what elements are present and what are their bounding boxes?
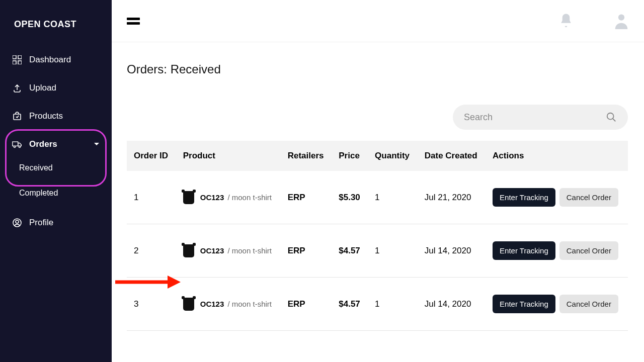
search-input[interactable] bbox=[464, 112, 606, 123]
product-name: / moon t-shirt bbox=[225, 246, 272, 255]
user-circle-icon bbox=[12, 218, 22, 228]
cell-price: $4.57 bbox=[332, 278, 368, 331]
cell-order-id: 2 bbox=[127, 224, 176, 278]
table-row[interactable]: 1OC123 / moon t-shirtERP$5.301Jul 21, 20… bbox=[127, 171, 628, 224]
product-sku: OC123 bbox=[200, 246, 224, 255]
col-price: Price bbox=[332, 141, 368, 171]
page-title: Orders: Received bbox=[127, 62, 628, 76]
sidebar-item-products[interactable]: Products bbox=[0, 102, 112, 130]
sidebar-item-label: Upload bbox=[29, 83, 56, 93]
cell-actions: Enter TrackingCancel Order bbox=[486, 278, 628, 331]
sidebar-subitem-label: Received bbox=[19, 163, 53, 172]
svg-rect-4 bbox=[14, 114, 21, 120]
sidebar: OPEN COAST Dashboard Upload Products bbox=[0, 0, 112, 362]
product-thumb-icon bbox=[183, 298, 194, 311]
product-sku: OC123 bbox=[200, 300, 224, 308]
table-row[interactable]: 3OC123 / moon t-shirtERP$4.571Jul 14, 20… bbox=[127, 278, 628, 331]
sidebar-item-dashboard[interactable]: Dashboard bbox=[0, 46, 112, 74]
sidebar-item-label: Profile bbox=[29, 218, 53, 228]
svg-rect-2 bbox=[13, 61, 16, 64]
col-retailers: Retailers bbox=[281, 141, 332, 171]
sidebar-item-label: Orders bbox=[29, 139, 57, 149]
cell-price: $4.57 bbox=[332, 224, 368, 278]
cell-actions: Enter TrackingCancel Order bbox=[486, 224, 628, 278]
cell-order-id: 1 bbox=[127, 171, 176, 224]
svg-rect-1 bbox=[18, 55, 22, 59]
bell-icon[interactable] bbox=[558, 13, 574, 30]
cancel-order-button[interactable]: Cancel Order bbox=[559, 188, 618, 207]
upload-icon bbox=[12, 83, 22, 93]
svg-rect-0 bbox=[13, 55, 16, 59]
product-name: / moon t-shirt bbox=[225, 300, 272, 308]
search-box[interactable] bbox=[453, 105, 628, 130]
cell-product: OC123 / moon t-shirt bbox=[176, 224, 281, 278]
cell-retailer: ERP bbox=[281, 224, 332, 278]
svg-rect-5 bbox=[13, 142, 18, 146]
sidebar-subitem-label: Completed bbox=[19, 189, 58, 197]
cell-product: OC123 / moon t-shirt bbox=[176, 278, 281, 331]
svg-point-6 bbox=[14, 146, 15, 147]
chevron-down-icon bbox=[94, 142, 100, 146]
col-quantity: Quantity bbox=[368, 141, 418, 171]
cell-quantity: 1 bbox=[368, 278, 418, 331]
cancel-order-button[interactable]: Cancel Order bbox=[559, 241, 618, 260]
product-thumb-icon bbox=[183, 244, 194, 257]
main: Orders: Received Order ID Product Retail… bbox=[112, 0, 644, 362]
sidebar-item-profile[interactable]: Profile bbox=[0, 209, 112, 237]
sidebar-subitem-received[interactable]: Received bbox=[5, 156, 107, 179]
cell-actions: Enter TrackingCancel Order bbox=[486, 171, 628, 224]
user-icon[interactable] bbox=[614, 13, 629, 29]
svg-point-7 bbox=[19, 146, 20, 147]
col-order-id: Order ID bbox=[127, 141, 176, 171]
cell-quantity: 1 bbox=[368, 171, 418, 224]
product-thumb-icon bbox=[183, 191, 194, 204]
cell-date: Jul 21, 2020 bbox=[418, 171, 486, 224]
cell-date: Jul 14, 2020 bbox=[418, 224, 486, 278]
brand-logo: OPEN COAST bbox=[0, 9, 112, 46]
svg-point-10 bbox=[618, 14, 624, 20]
table-row[interactable]: 2OC123 / moon t-shirtERP$4.571Jul 14, 20… bbox=[127, 224, 628, 278]
sidebar-item-label: Products bbox=[29, 111, 63, 121]
cell-product: OC123 / moon t-shirt bbox=[176, 171, 281, 224]
cell-order-id: 3 bbox=[127, 278, 176, 331]
col-actions: Actions bbox=[486, 141, 628, 171]
col-date-created: Date Created bbox=[418, 141, 486, 171]
svg-point-11 bbox=[607, 113, 614, 120]
svg-rect-3 bbox=[18, 61, 22, 64]
sidebar-item-upload[interactable]: Upload bbox=[0, 74, 112, 102]
orders-table: Order ID Product Retailers Price Quantit… bbox=[127, 141, 628, 331]
search-icon bbox=[606, 112, 617, 123]
topbar bbox=[112, 0, 644, 42]
truck-icon bbox=[12, 140, 22, 148]
enter-tracking-button[interactable]: Enter Tracking bbox=[493, 295, 555, 313]
col-product: Product bbox=[176, 141, 281, 171]
sidebar-item-label: Dashboard bbox=[29, 55, 71, 65]
content: Orders: Received Order ID Product Retail… bbox=[112, 42, 644, 331]
enter-tracking-button[interactable]: Enter Tracking bbox=[493, 241, 555, 260]
sidebar-subitem-completed[interactable]: Completed bbox=[5, 182, 107, 205]
sidebar-item-orders[interactable]: Orders bbox=[5, 132, 107, 156]
orders-group: Orders Received Completed bbox=[5, 132, 107, 205]
cell-retailer: ERP bbox=[281, 278, 332, 331]
product-name: / moon t-shirt bbox=[225, 193, 272, 202]
cell-price: $5.30 bbox=[332, 171, 368, 224]
cell-retailer: ERP bbox=[281, 171, 332, 224]
cell-date: Jul 14, 2020 bbox=[418, 278, 486, 331]
grid-icon bbox=[12, 55, 22, 65]
cancel-order-button[interactable]: Cancel Order bbox=[559, 295, 618, 313]
menu-toggle-button[interactable] bbox=[127, 17, 140, 26]
svg-point-9 bbox=[16, 220, 19, 223]
cell-quantity: 1 bbox=[368, 224, 418, 278]
bag-icon bbox=[12, 111, 22, 121]
product-sku: OC123 bbox=[200, 193, 224, 202]
enter-tracking-button[interactable]: Enter Tracking bbox=[493, 188, 555, 207]
